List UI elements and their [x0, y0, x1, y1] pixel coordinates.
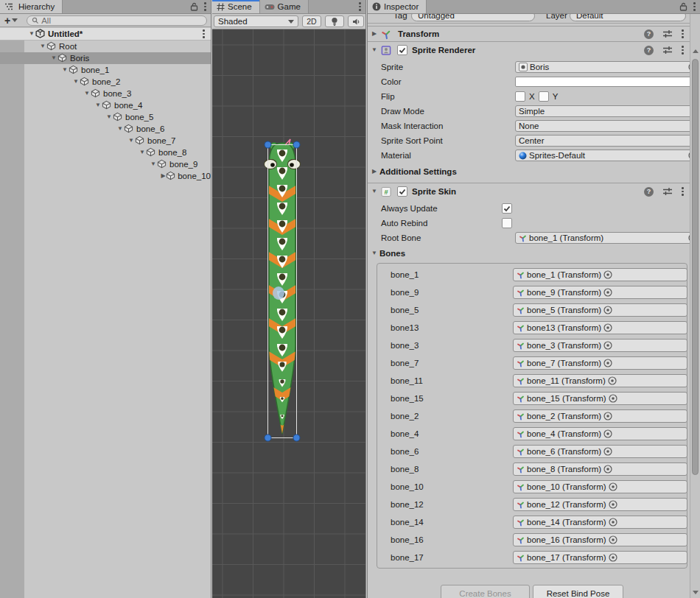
hierarchy-item-bone_10[interactable]: ▶bone_10 — [0, 170, 211, 182]
object-picker-icon[interactable] — [603, 465, 612, 474]
hierarchy-item-bone_3[interactable]: ▼bone_3 — [0, 88, 211, 99]
foldout-expanded-icon[interactable]: ▼ — [371, 189, 378, 194]
scroll-up-icon[interactable] — [693, 49, 699, 53]
component-menu-icon[interactable] — [682, 29, 684, 38]
tab-hierarchy[interactable]: Hierarchy — [0, 0, 63, 13]
hierarchy-item-bone_9[interactable]: ▼bone_9 — [0, 158, 211, 170]
foldout-collapsed-icon[interactable]: ▶ — [371, 31, 378, 37]
shading-mode-dropdown[interactable]: Shaded — [214, 15, 298, 27]
component-menu-icon[interactable] — [682, 46, 684, 54]
audio-toggle-button[interactable] — [348, 15, 364, 27]
2d-toggle-button[interactable]: 2D — [302, 15, 321, 27]
foldout-expanded-icon[interactable]: ▼ — [28, 31, 35, 37]
lighting-toggle-button[interactable] — [325, 15, 344, 27]
object-picker-icon[interactable] — [609, 394, 617, 403]
object-picker-icon[interactable] — [603, 288, 612, 297]
flip-y-checkbox[interactable] — [539, 91, 549, 102]
object-picker-icon[interactable] — [603, 429, 612, 438]
help-icon[interactable]: ? — [644, 46, 654, 55]
bone-object-field[interactable]: bone13 (Transform) — [513, 321, 687, 334]
bone-object-field[interactable]: bone_14 (Transform) — [513, 516, 687, 529]
tab-inspector[interactable]: Inspector — [368, 0, 427, 13]
bone-object-field[interactable]: bone_2 (Transform) — [513, 409, 687, 423]
bone-object-field[interactable]: bone_15 (Transform) — [513, 392, 687, 405]
hierarchy-menu-icon[interactable] — [204, 2, 206, 11]
mask-interaction-dropdown[interactable]: None — [515, 120, 700, 132]
presets-icon[interactable] — [662, 29, 673, 38]
scrollbar-thumb[interactable] — [692, 59, 699, 475]
boris-sprite[interactable] — [212, 29, 366, 598]
help-icon[interactable]: ? — [644, 29, 654, 39]
object-picker-icon[interactable] — [609, 553, 617, 562]
object-picker-icon[interactable] — [603, 359, 612, 367]
presets-icon[interactable] — [662, 46, 673, 54]
bone-object-field[interactable]: bone_16 (Transform) — [513, 533, 687, 546]
bone-object-field[interactable]: bone_11 (Transform) — [513, 374, 687, 387]
bone-object-field[interactable]: bone_5 (Transform) — [513, 303, 687, 317]
scene-menu-icon[interactable] — [359, 2, 361, 11]
hierarchy-item-boris[interactable]: ▼Boris — [0, 52, 211, 64]
create-object-button[interactable]: + — [0, 15, 21, 27]
foldout-expanded-icon[interactable]: ▼ — [371, 47, 378, 53]
object-picker-icon[interactable] — [608, 376, 617, 385]
root-bone-object-field[interactable]: bone_1 (Transform) — [515, 232, 700, 244]
foldout-collapsed-icon[interactable]: ▶ — [161, 173, 166, 179]
sprite-object-field[interactable]: Boris — [515, 61, 700, 73]
search-input[interactable]: All — [27, 15, 207, 26]
foldout-expanded-icon[interactable]: ▼ — [139, 150, 146, 155]
foldout-expanded-icon[interactable]: ▼ — [105, 114, 113, 120]
lock-icon[interactable] — [679, 2, 687, 11]
lock-icon[interactable] — [190, 2, 198, 11]
bone-object-field[interactable]: bone_3 (Transform) — [513, 339, 687, 352]
bone-object-field[interactable]: bone_4 (Transform) — [513, 427, 687, 440]
bone-object-field[interactable]: bone_7 (Transform) — [513, 356, 687, 370]
foldout-expanded-icon[interactable]: ▼ — [39, 43, 46, 49]
bones-foldout[interactable]: ▼ Bones — [371, 247, 687, 259]
bone-object-field[interactable]: bone_6 (Transform) — [513, 445, 687, 458]
tag-dropdown[interactable]: Untagged — [411, 14, 535, 21]
foldout-expanded-icon[interactable]: ▼ — [116, 126, 124, 132]
always-update-checkbox[interactable] — [502, 203, 512, 214]
color-swatch[interactable] — [515, 77, 695, 87]
bone-object-field[interactable]: bone_9 (Transform) — [513, 286, 687, 299]
bone-object-field[interactable]: bone_17 (Transform) — [513, 551, 687, 564]
hierarchy-item-bone_8[interactable]: ▼bone_8 — [0, 147, 211, 158]
scene-header-row[interactable]: ▼ Untitled* — [0, 28, 211, 41]
scene-menu-icon[interactable] — [203, 29, 205, 38]
component-menu-icon[interactable] — [682, 187, 684, 196]
object-picker-icon[interactable] — [609, 482, 617, 491]
hierarchy-item-bone_4[interactable]: ▼bone_4 — [0, 99, 211, 111]
foldout-expanded-icon[interactable]: ▼ — [150, 161, 157, 167]
inspector-menu-icon[interactable] — [693, 2, 696, 11]
tab-game[interactable]: Game — [260, 0, 309, 13]
bone-object-field[interactable]: bone_1 (Transform) — [513, 268, 687, 281]
scroll-down-icon[interactable] — [693, 591, 699, 594]
foldout-expanded-icon[interactable]: ▼ — [127, 138, 135, 144]
object-picker-icon[interactable] — [609, 518, 617, 527]
foldout-expanded-icon[interactable]: ▼ — [61, 67, 69, 73]
sprite-renderer-component-header[interactable]: ▼ Sprite Renderer ? — [368, 41, 690, 58]
foldout-expanded-icon[interactable]: ▼ — [50, 55, 57, 61]
draw-mode-dropdown[interactable]: Simple — [515, 105, 700, 117]
object-picker-icon[interactable] — [609, 535, 617, 544]
scene-viewport[interactable] — [212, 29, 365, 598]
hierarchy-item-bone_1[interactable]: ▼bone_1 — [0, 64, 211, 76]
bone-object-field[interactable]: bone_8 (Transform) — [513, 462, 687, 476]
sprite-sort-point-dropdown[interactable]: Center — [515, 135, 700, 147]
reset-bind-pose-button[interactable]: Reset Bind Pose — [533, 585, 623, 598]
bone-object-field[interactable]: bone_10 (Transform) — [513, 480, 687, 493]
object-picker-icon[interactable] — [603, 270, 612, 279]
hierarchy-item-root[interactable]: ▼Root — [0, 41, 211, 52]
foldout-expanded-icon[interactable]: ▼ — [94, 102, 102, 108]
sprite-skin-component-header[interactable]: ▼ # Sprite Skin ? — [368, 183, 690, 200]
hierarchy-item-bone_7[interactable]: ▼bone_7 — [0, 135, 211, 147]
object-picker-icon[interactable] — [603, 412, 612, 421]
auto-rebind-checkbox[interactable] — [502, 218, 512, 228]
sprite-renderer-enabled-checkbox[interactable] — [397, 45, 407, 55]
object-picker-icon[interactable] — [603, 323, 612, 332]
object-picker-icon[interactable] — [603, 447, 612, 456]
object-picker-icon[interactable] — [609, 500, 617, 509]
sprite-skin-enabled-checkbox[interactable] — [397, 186, 407, 197]
transform-component-header[interactable]: ▶ Transform ? — [368, 26, 690, 41]
object-picker-icon[interactable] — [603, 341, 612, 350]
